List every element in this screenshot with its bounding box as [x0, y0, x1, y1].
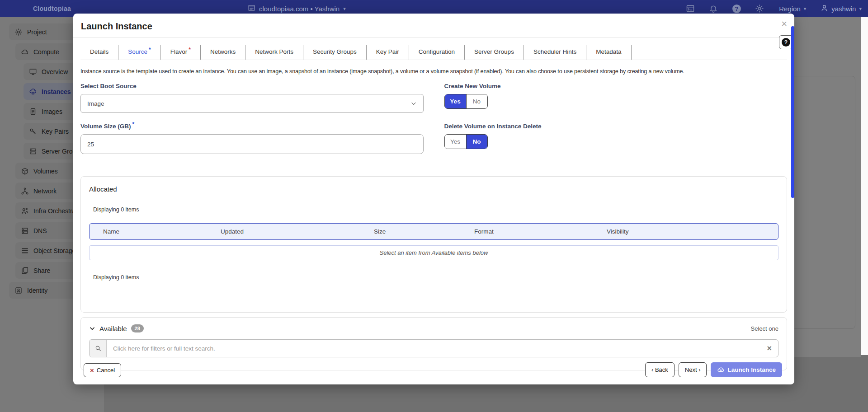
allocated-count: Displaying 0 items [93, 206, 778, 213]
required-marker: * [149, 47, 151, 53]
divider [73, 37, 794, 38]
select-hint: Select one [751, 325, 778, 332]
chevron-down-icon: ▾ [343, 6, 346, 12]
volume-size-label-text: Volume Size (GB) [80, 123, 131, 130]
boot-source-label: Select Boot Source [80, 83, 424, 89]
tab-label: Scheduler Hints [533, 48, 576, 55]
column-header-size: Size [374, 228, 474, 235]
terminal-icon[interactable] [685, 4, 695, 14]
tab-scheduler-hints[interactable]: Scheduler Hints [524, 45, 586, 60]
required-marker: * [189, 47, 191, 53]
person-icon [821, 4, 828, 13]
boot-source-value: Image [87, 100, 104, 107]
create-volume-field: Create New Volume Yes No [444, 83, 788, 113]
tab-label: Details [90, 48, 108, 55]
tab-label: Security Groups [313, 48, 357, 55]
boot-source-select[interactable]: Image [80, 94, 424, 113]
allocated-footer-count: Displaying 0 items [93, 274, 778, 281]
region-menu[interactable]: Region ▾ [779, 5, 806, 13]
page-scrollbar[interactable] [861, 17, 868, 355]
source-form: Select Boot Source Image Create New Volu… [80, 83, 787, 164]
volume-size-field: Volume Size (GB)* [80, 123, 424, 154]
available-search: × [89, 339, 778, 357]
tab-label: Server Groups [474, 48, 514, 55]
tab-key-pair[interactable]: Key Pair [367, 45, 409, 60]
create-volume-label: Create New Volume [444, 83, 788, 89]
organization-icon [248, 4, 255, 13]
logo-text: Cloudtopiaa [0, 5, 104, 12]
tab-label: Flavor [170, 48, 188, 55]
user-name: yashwin [831, 5, 856, 13]
cancel-button[interactable]: × Cancel [84, 363, 121, 377]
delete-volume-toggle: Yes No [444, 134, 488, 149]
chevron-down-icon [410, 100, 417, 107]
launch-instance-button[interactable]: Launch Instance [711, 362, 782, 377]
brand[interactable]: Cloudtopiaa [0, 5, 104, 12]
column-header-updated: Updated [221, 228, 374, 235]
modal-scrollbar[interactable] [791, 26, 794, 198]
cancel-label: Cancel [97, 367, 115, 374]
create-volume-yes-button[interactable]: Yes [445, 94, 466, 108]
allocated-panel: Allocated Displaying 0 items Name Update… [80, 176, 787, 313]
tab-details[interactable]: Details [80, 45, 118, 60]
close-icon[interactable]: × [781, 19, 787, 29]
tab-network-ports[interactable]: Network Ports [245, 45, 303, 60]
project-context-menu[interactable]: cloudtopiaa.com • Yashwin ▾ [248, 4, 346, 13]
tab-source[interactable]: Source* [118, 45, 160, 60]
chevron-down-icon: ▾ [804, 6, 807, 12]
bell-icon[interactable] [708, 4, 718, 14]
volume-size-input[interactable] [80, 134, 424, 154]
user-menu[interactable]: yashwin ▾ [821, 4, 862, 13]
column-header-name: Name [90, 228, 221, 235]
context-label: cloudtopiaa.com • Yashwin [259, 5, 340, 13]
delete-volume-no-button[interactable]: No [466, 135, 487, 149]
tab-label: Metadata [596, 48, 621, 55]
chevron-down-icon: ▾ [859, 6, 862, 12]
available-title: Available [99, 325, 127, 332]
tab-server-groups[interactable]: Server Groups [465, 45, 524, 60]
back-button[interactable]: ‹ Back [645, 362, 675, 377]
allocated-title: Allocated [89, 185, 778, 193]
next-button[interactable]: Next › [679, 362, 707, 377]
allocated-table-header: Name Updated Size Format Visibility [89, 223, 778, 240]
column-header-visibility: Visibility [607, 228, 778, 235]
tab-security-groups[interactable]: Security Groups [303, 45, 367, 60]
available-header: Available 28 Select one [89, 324, 778, 332]
allocated-empty-row: Select an item from Available items belo… [89, 245, 778, 260]
source-description: Instance source is the template used to … [80, 68, 787, 75]
footer-right-buttons: ‹ Back Next › Launch Instance [645, 362, 782, 377]
tab-label: Source [128, 48, 147, 55]
create-volume-no-button[interactable]: No [466, 94, 487, 108]
chevron-down-icon[interactable] [89, 325, 99, 332]
available-count-badge: 28 [131, 324, 144, 332]
modal-footer: × Cancel ‹ Back Next › Launch Instance [73, 357, 794, 384]
help-circle-icon[interactable]: ? [731, 4, 741, 14]
create-volume-toggle: Yes No [444, 94, 488, 109]
column-header-format: Format [474, 228, 607, 235]
tab-networks[interactable]: Networks [201, 45, 245, 60]
search-icon[interactable] [90, 340, 107, 357]
region-label: Region [779, 5, 801, 13]
cloud-upload-icon [717, 366, 725, 374]
screen: Cloudtopiaa cloudtopiaa.com • Yashwin ▾ … [0, 0, 868, 412]
boot-source-field: Select Boot Source Image [80, 83, 424, 113]
gear-icon[interactable] [755, 4, 764, 14]
tab-label: Configuration [419, 48, 455, 55]
launch-instance-modal: Launch Instance × Details Source* Flavor… [73, 14, 794, 384]
tab-metadata[interactable]: Metadata [586, 45, 631, 60]
volume-size-label: Volume Size (GB)* [80, 123, 424, 130]
modal-title: Launch Instance [73, 14, 794, 37]
delete-volume-yes-button[interactable]: Yes [445, 135, 466, 149]
tab-label: Networks [210, 48, 236, 55]
search-input[interactable] [107, 340, 760, 357]
tab-label: Network Ports [255, 48, 293, 55]
tab-configuration[interactable]: Configuration [409, 45, 465, 60]
topbar-actions: ? Region ▾ yashwin ▾ [672, 4, 862, 14]
cancel-x-icon: × [90, 367, 94, 374]
required-marker: * [132, 121, 135, 127]
help-icon: ? [782, 38, 790, 47]
clear-search-icon[interactable]: × [760, 340, 778, 357]
tab-flavor[interactable]: Flavor* [161, 45, 201, 60]
delete-volume-label: Delete Volume on Instance Delete [444, 123, 788, 130]
delete-volume-field: Delete Volume on Instance Delete Yes No [444, 123, 788, 154]
